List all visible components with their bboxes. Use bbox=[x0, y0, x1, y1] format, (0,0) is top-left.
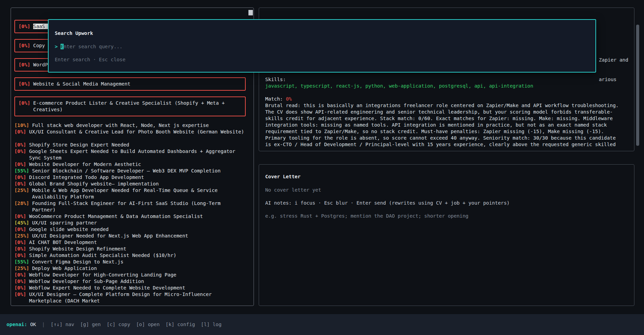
match-badge: [0%] bbox=[14, 129, 29, 134]
match-badge: [28%] bbox=[14, 201, 32, 206]
match-badge: [0%] bbox=[14, 292, 29, 297]
pinned-job-card[interactable]: [0%] E-commerce Product Lister & Creativ… bbox=[14, 96, 246, 116]
job-row[interactable]: [0%] Webflow Developer for Sub-Page Addi… bbox=[14, 278, 246, 285]
job-title: Website & Social Media Management bbox=[33, 81, 130, 87]
keyboard-shortcuts: [↑↓] nav [g] gen [c] copy [o] open [k] c… bbox=[51, 321, 221, 328]
provider-status: OK bbox=[30, 321, 36, 328]
job-row[interactable]: [0%] AI CHAT BOT Development bbox=[14, 239, 246, 246]
job-list: [10%] Full stack web developer with Reac… bbox=[14, 122, 246, 304]
text-cursor: E bbox=[61, 44, 64, 49]
job-title: Webflow Developer for Sub-Page Addition bbox=[29, 279, 144, 284]
job-title: UX/UI sparring partner bbox=[32, 220, 97, 226]
match-badge: [0%] bbox=[14, 214, 29, 219]
job-title: Website Developer for Modern Aesthetic bbox=[29, 162, 141, 167]
job-row[interactable]: [10%] Full stack web developer with Reac… bbox=[14, 122, 246, 129]
job-title: Simple Automation Audit Specialist Neede… bbox=[29, 253, 176, 258]
job-row[interactable]: [0%] Google Sheets Expert Needed to Buil… bbox=[14, 148, 246, 161]
job-title: Google slide website needed bbox=[29, 227, 108, 232]
match-badge: [55%] bbox=[14, 168, 32, 173]
prompt-space bbox=[58, 44, 61, 49]
job-title: Deploy Web Application bbox=[32, 266, 97, 271]
job-title: Senior Blockchain / Software Developer —… bbox=[32, 168, 221, 173]
job-row[interactable]: [0%] UX/UI Designer — Complete Platform … bbox=[14, 291, 246, 304]
pinned-job-card[interactable]: [0%] Website & Social Media Management bbox=[14, 77, 246, 91]
search-modal-title: Search Upwork bbox=[55, 30, 589, 37]
job-row[interactable]: [25%] Deploy Web Application bbox=[14, 265, 246, 272]
job-title: Global Brand Shopify website— implementa… bbox=[29, 181, 159, 186]
match-badge: [0%] bbox=[14, 253, 29, 258]
skills-label: Skills: bbox=[265, 76, 623, 83]
match-badge: [0%] bbox=[18, 100, 33, 106]
job-detail-content: Skills: javascript, typescript, react-js… bbox=[265, 76, 623, 148]
job-row[interactable]: [0%] Google slide website needed bbox=[14, 226, 246, 233]
job-row[interactable]: [0%] Simple Automation Audit Specialist … bbox=[14, 252, 246, 259]
job-row[interactable]: [55%] Convert Figma Design to Next.js bbox=[14, 259, 246, 265]
match-value: 0% bbox=[286, 96, 292, 102]
cover-letter-panel: Cover Letter No cover letter yet AI note… bbox=[259, 164, 634, 306]
skills-list: javascript, typescript, react-js, python… bbox=[265, 83, 623, 89]
match-line: Match:0% bbox=[265, 96, 623, 102]
match-badge: [0%] bbox=[18, 43, 33, 48]
match-badge: [25%] bbox=[14, 188, 32, 193]
match-analysis: Brutal read: this is basically an integr… bbox=[265, 102, 623, 148]
job-row[interactable]: [0%] Discord Integrated Todo App Develop… bbox=[14, 174, 246, 181]
job-row[interactable]: [25%] Mobile & Web App Developer Needed … bbox=[14, 187, 246, 200]
job-title: Discord Integrated Todo App Development bbox=[29, 175, 144, 180]
job-title: WooCommerce Product Management & Data Au… bbox=[29, 214, 203, 219]
match-badge: [0%] bbox=[14, 227, 29, 232]
job-title: UX/UI Designer Needed for Next.js Web Ap… bbox=[32, 233, 188, 239]
cover-letter-title: Cover Letter bbox=[265, 173, 628, 180]
job-title: Full stack web developer with React, Nod… bbox=[32, 123, 209, 128]
match-badge: [0%] bbox=[18, 24, 33, 29]
job-title: UX/UI Designer — Complete Platform Desig… bbox=[29, 292, 215, 304]
job-title: Shopify Store Design Expert Needed bbox=[29, 142, 129, 147]
status-bar: openai: OK | [↑↓] nav [g] gen [c] copy [… bbox=[0, 314, 644, 335]
match-badge: [10%] bbox=[14, 123, 32, 128]
job-title: Founding Full-Stack Engineer for AI-Firs… bbox=[32, 201, 224, 212]
job-row[interactable]: [0%] Shopify Store Design Expert Needed bbox=[14, 142, 246, 148]
job-row[interactable]: [45%] UX/UI sparring partner bbox=[14, 220, 246, 226]
job-title: Webflow Developer for High-Converting La… bbox=[29, 272, 176, 278]
cover-letter-empty-state: No cover letter yet bbox=[265, 187, 628, 193]
left-scrollbar-thumb[interactable] bbox=[248, 10, 253, 15]
search-placeholder: nter search query... bbox=[64, 44, 123, 49]
job-title: Shopify Website Design Refinement bbox=[29, 246, 126, 252]
job-title: Google Sheets Expert Needed to Build Aut… bbox=[29, 149, 238, 160]
match-badge: [0%] bbox=[14, 149, 29, 154]
search-input[interactable]: > Enter search query... bbox=[55, 43, 589, 50]
job-title: AI CHAT BOT Development bbox=[29, 240, 97, 245]
description-line: Zapier and bbox=[599, 57, 628, 63]
match-badge: [0%] bbox=[14, 240, 29, 245]
job-row[interactable]: [0%] Shopify Website Design Refinement bbox=[14, 246, 246, 252]
job-row[interactable]: [25%] UX/UI Designer Needed for Next.js … bbox=[14, 233, 246, 239]
match-badge: [25%] bbox=[14, 266, 32, 271]
match-badge: [0%] bbox=[14, 142, 29, 147]
match-badge: [0%] bbox=[14, 285, 29, 291]
spacer-line bbox=[265, 89, 623, 96]
search-modal: Search Upwork > Enter search query... En… bbox=[48, 19, 596, 73]
job-row[interactable]: [28%] Founding Full-Stack Engineer for A… bbox=[14, 200, 246, 213]
job-title: UX/UI Consultant & Creative Lead for Pho… bbox=[29, 129, 244, 134]
job-title: Webflow Expert Needed to Complete Websit… bbox=[29, 285, 185, 291]
match-badge: [25%] bbox=[14, 233, 32, 239]
match-badge: [55%] bbox=[14, 259, 32, 265]
job-row[interactable]: [0%] Website Developer for Modern Aesthe… bbox=[14, 161, 246, 168]
match-badge: [0%] bbox=[14, 246, 29, 252]
job-row[interactable]: [0%] Webflow Developer for High-Converti… bbox=[14, 272, 246, 278]
job-row[interactable]: [0%] WooCommerce Product Management & Da… bbox=[14, 213, 246, 220]
job-title: E-commerce Product Lister & Creative Spe… bbox=[33, 100, 228, 112]
job-row[interactable]: [0%] Global Brand Shopify website— imple… bbox=[14, 181, 246, 187]
window-scrollbar-thumb[interactable] bbox=[636, 25, 639, 146]
job-title: Convert Figma Design to Next.js bbox=[32, 259, 124, 265]
prompt-icon: > bbox=[55, 44, 58, 49]
ai-notes-example: e.g. stress Rust + Postgres; mention the… bbox=[265, 213, 628, 219]
job-row[interactable]: [0%] UX/UI Consultant & Creative Lead fo… bbox=[14, 129, 246, 135]
job-row[interactable]: [55%] Senior Blockchain / Software Devel… bbox=[14, 168, 246, 174]
match-badge: [0%] bbox=[18, 62, 33, 67]
terminal-app: { "colors": { "red": "#f25048", "orange"… bbox=[0, 0, 644, 335]
match-badge: [0%] bbox=[14, 181, 29, 186]
match-badge: [0%] bbox=[14, 175, 29, 180]
job-row[interactable]: [0%] Webflow Expert Needed to Complete W… bbox=[14, 285, 246, 291]
search-hint: Enter search · Esc close bbox=[55, 56, 589, 63]
match-label: Match: bbox=[265, 96, 283, 102]
